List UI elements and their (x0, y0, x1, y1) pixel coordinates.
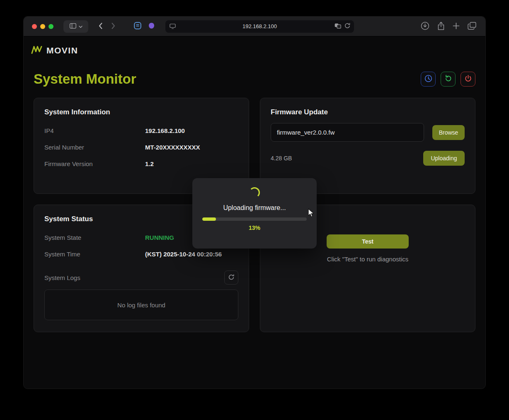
upload-progress-dialog: Uploading firmware... 13% (192, 178, 317, 249)
power-icon (464, 75, 472, 84)
system-information-rows: IP4 192.168.2.100 Serial Number MT-20XXX… (44, 122, 238, 172)
test-button[interactable]: Test (327, 234, 409, 249)
logs-empty-state: No log files found (44, 290, 238, 320)
share-icon (437, 22, 445, 31)
tab-overview-button[interactable] (468, 22, 476, 31)
translate-button[interactable] (334, 23, 341, 30)
browser-toolbar: 192.168.2.100 (24, 17, 485, 36)
address-bar[interactable]: 192.168.2.100 (165, 20, 354, 33)
info-value: 1.2 (145, 160, 154, 167)
forward-button[interactable] (109, 21, 117, 32)
progress-fill (202, 217, 216, 221)
mouse-cursor-icon (307, 208, 315, 220)
info-label: Firmware Version (44, 160, 145, 167)
extensions-group (134, 22, 155, 31)
translate-icon (334, 23, 341, 30)
brand-name: MOVIN (46, 46, 78, 56)
plus-icon (453, 22, 460, 31)
tabs-icon (468, 22, 476, 31)
system-time-value: (KST) 2025-10-24 00:20:56 (145, 251, 222, 258)
chevron-down-icon (79, 23, 82, 29)
restart-button[interactable] (441, 72, 456, 87)
firmware-file-input[interactable] (271, 123, 424, 142)
downloads-button[interactable] (421, 22, 429, 31)
diagnostics-hint: Click "Test" to run diagnostics (327, 256, 409, 263)
progress-bar (202, 217, 307, 221)
info-value: MT-20XXXXXXXXX (145, 144, 200, 151)
reload-button[interactable] (344, 23, 350, 30)
new-tab-button[interactable] (453, 22, 460, 31)
system-logs-header: System Logs (44, 270, 238, 285)
sidebar-icon (70, 23, 76, 30)
progress-percent: 13% (249, 224, 260, 231)
firmware-update-title: Firmware Update (271, 108, 465, 116)
share-button[interactable] (437, 22, 445, 31)
toolbar-right-group (421, 22, 476, 31)
info-label: IP4 (44, 127, 145, 134)
chevron-left-icon (98, 22, 103, 31)
extension-notes-button[interactable] (134, 22, 141, 31)
zoom-window-button[interactable] (48, 24, 53, 29)
restart-icon (444, 75, 452, 84)
info-row: Firmware Version 1.2 (44, 155, 238, 172)
power-button[interactable] (461, 72, 475, 87)
info-label: Serial Number (44, 144, 145, 151)
refresh-icon (228, 274, 235, 282)
url-text: 192.168.2.100 (165, 23, 354, 29)
spinner-icon (249, 187, 260, 198)
site-display-icon (170, 24, 176, 29)
page-header: System Monitor (34, 71, 475, 87)
minimize-window-button[interactable] (40, 24, 45, 29)
extension-purple-button[interactable] (148, 22, 155, 30)
brand-header: MOVIN (24, 36, 485, 56)
upload-button[interactable]: Uploading (423, 151, 465, 166)
system-information-title: System Information (44, 108, 238, 116)
reload-icon (344, 23, 350, 30)
movin-logo-icon (31, 46, 42, 56)
info-row: Serial Number MT-20XXXXXXXXX (44, 139, 238, 155)
browser-window: 192.168.2.100 (24, 17, 485, 389)
refresh-logs-button[interactable] (224, 270, 238, 285)
notes-extension-icon (134, 22, 141, 31)
close-window-button[interactable] (32, 24, 37, 29)
chevron-right-icon (111, 22, 116, 31)
browse-button[interactable]: Browse (432, 125, 465, 140)
page-title: System Monitor (34, 71, 136, 87)
header-actions (421, 72, 475, 87)
file-size-label: 4.28 GB (271, 155, 292, 162)
info-row: IP4 192.168.2.100 (44, 122, 238, 139)
system-state-value: RUNNING (145, 234, 174, 241)
status-label: System Time (44, 251, 145, 258)
clock-icon (424, 75, 432, 84)
purple-extension-icon (148, 22, 155, 30)
sidebar-toggle-button[interactable] (63, 20, 88, 33)
status-label: System State (44, 234, 145, 241)
no-logs-message: No log files found (117, 302, 165, 309)
info-value: 192.168.2.100 (145, 127, 185, 134)
firmware-size-row: 4.28 GB Uploading (271, 151, 465, 166)
address-bar-actions (334, 23, 350, 30)
firmware-file-row: Browse (271, 123, 465, 142)
back-button[interactable] (97, 21, 104, 32)
schedule-button[interactable] (421, 72, 436, 87)
window-controls (32, 24, 53, 29)
upload-message: Uploading firmware... (223, 204, 286, 212)
system-logs-label: System Logs (44, 274, 80, 281)
download-icon (421, 22, 429, 31)
